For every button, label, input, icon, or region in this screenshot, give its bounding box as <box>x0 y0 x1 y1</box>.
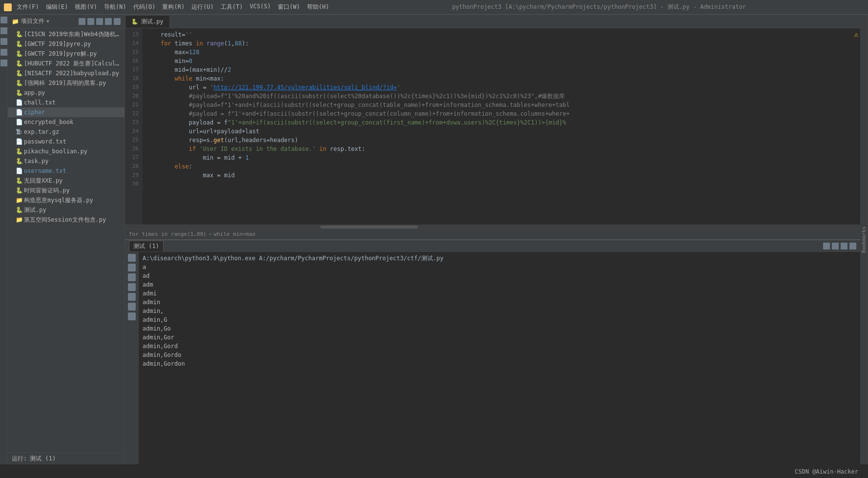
collapse-icon[interactable] <box>96 18 103 25</box>
menu-tools[interactable]: 工具(T) <box>218 2 246 12</box>
title-bar: 文件(F) 编辑(E) 视图(V) 导航(N) 代码(O) 重构(R) 运行(U… <box>0 0 868 15</box>
term-filter-icon[interactable] <box>128 273 136 281</box>
menu-code[interactable]: 代码(O) <box>130 2 159 12</box>
term-scroll-icon[interactable] <box>128 264 136 271</box>
terminal-output-admin-go: admin,Go <box>143 324 856 333</box>
breadcrumb-item-2[interactable]: while min<max <box>214 231 256 237</box>
tree-item-session[interactable]: 📁 第五空间Session文件包含.py <box>8 215 124 225</box>
py-file-icon: 🐍 <box>16 207 22 213</box>
line-num-15: 15 <box>125 48 143 57</box>
tree-item-pikachu[interactable]: 🐍 pikachu_boolian.py <box>8 146 124 156</box>
dropdown-icon[interactable]: ▼ <box>46 19 49 24</box>
tree-label-cipher: cipher <box>24 109 45 116</box>
term-sort-icon[interactable] <box>128 283 136 291</box>
arrow-icon <box>10 100 16 105</box>
tree-item-task[interactable]: 🐍 task.py <box>8 156 124 166</box>
run-bar: 运行: 测试 (1) <box>8 453 124 464</box>
sidebar-icon-2[interactable] <box>0 27 7 34</box>
terminal-output[interactable]: A:\disearch\python3.9\python.exe A:/pych… <box>139 252 860 464</box>
terminal-output-adm: adm <box>143 280 856 289</box>
tree-label-time: 时间盲验证码.py <box>24 187 70 195</box>
line-num-24: 24 <box>125 127 143 136</box>
tree-item-qiangwang[interactable]: 🐍 [强网杯 2019]高明的黑客.py <box>8 78 124 88</box>
code-line-24: url=url+payload+last <box>146 127 856 136</box>
horizontal-scrollbar[interactable] <box>125 225 860 229</box>
tree-item-chall[interactable]: 📄 chall.txt <box>8 98 124 107</box>
menu-run[interactable]: 运行(U) <box>188 2 217 12</box>
code-line-13: result='' <box>146 30 856 39</box>
breadcrumb-item-1[interactable]: for times in range(1,88) <box>129 231 207 237</box>
gear-icon[interactable] <box>105 18 112 25</box>
terminal-rerun-btn[interactable] <box>841 243 847 249</box>
app-logo <box>4 3 12 11</box>
project-header: 📁 项目文件 ▼ <box>8 15 124 28</box>
breadcrumb-separator: › <box>208 231 212 237</box>
terminal-output-admin-gor: admin,Gor <box>143 333 856 342</box>
line-num-18: 18 <box>125 74 143 83</box>
tree-label-qiangwang: [强网杯 2019]高明的黑客.py <box>24 79 106 87</box>
terminal-output-admin-gordon: admin,Gordon <box>143 359 856 368</box>
menu-help[interactable]: 帮助(H) <box>304 2 332 12</box>
tree-item-password[interactable]: 📄 password.txt <box>8 137 124 146</box>
tree-item-exp[interactable]: 🗜 exp.tar.gz <box>8 127 124 137</box>
term-settings-icon[interactable] <box>128 303 136 311</box>
tree-item-username[interactable]: 📄 username.txt <box>8 166 124 176</box>
menu-file[interactable]: 文件(F) <box>14 2 42 12</box>
menu-view[interactable]: 视图(V) <box>72 2 100 12</box>
tree-item-gwctf1[interactable]: 🐍 [GWCTF 2019]pyre.py <box>8 39 124 49</box>
term-run-icon[interactable] <box>128 254 136 262</box>
code-line-27: min = mid + 1 <box>146 153 856 162</box>
terminal-output-admin: admin <box>143 298 856 307</box>
tree-item-ciscn[interactable]: 🐍 [CISCN 2019华东南]Web4伪随机.py <box>8 29 124 39</box>
code-editor[interactable]: 13 14 15 16 17 18 19 20 21 22 23 24 <box>125 28 860 225</box>
project-panel: 📁 项目文件 ▼ 🐍 [CISCN 2019华东南]Web4伪随机 <box>8 15 125 464</box>
expand-icon[interactable] <box>87 18 94 25</box>
line-num-20: 20 <box>125 92 143 101</box>
terminal-tab[interactable]: 测试 (1) <box>129 241 164 251</box>
terminal-header: 测试 (1) <box>125 240 860 252</box>
line-num-30: 30 <box>125 180 143 188</box>
menu-edit[interactable]: 编辑(E) <box>43 2 71 12</box>
line-num-13: 13 <box>125 30 143 39</box>
run-tab[interactable]: 测试 (1) <box>30 455 56 463</box>
arrow-icon <box>10 51 16 57</box>
menu-bar[interactable]: 文件(F) 编辑(E) 视图(V) 导航(N) 代码(O) 重构(R) 运行(U… <box>14 2 332 12</box>
tree-item-encrypted[interactable]: 📄 encrypted_book <box>8 117 124 127</box>
tree-item-nisactf[interactable]: 🐍 [NISACTF 2022]babyupload.py <box>8 68 124 78</box>
code-line-25: resp=s.get(url,headers=headers) <box>146 136 856 145</box>
tree-item-mysql[interactable]: 📁 构造恶意mysql服务器.py <box>8 195 124 205</box>
txt-file-icon: 📄 <box>16 138 22 145</box>
run-label: 运行: <box>12 455 27 463</box>
arrow-icon <box>10 80 16 86</box>
code-content[interactable]: ⚠ result='' for times in range(1,88): ma… <box>143 28 860 225</box>
tree-item-hubuctf[interactable]: 🐍 [HUBUCTF 2022 新生赛]Calculate.py <box>8 59 124 68</box>
sidebar-icon-1[interactable] <box>0 17 7 23</box>
code-line-17: mid=(max+min)//2 <box>146 65 856 74</box>
terminal-run-btn[interactable] <box>823 243 830 249</box>
folder-icon: 📁 <box>16 197 22 204</box>
terminal-stop-btn[interactable] <box>832 243 839 249</box>
term-bookmark-icon[interactable] <box>128 312 136 320</box>
terminal-close-btn[interactable] <box>849 243 856 249</box>
tree-item-cipher[interactable]: 📄 cipher <box>8 107 124 117</box>
tree-item-time[interactable]: 🐍 时间盲验证码.py <box>8 186 124 195</box>
tree-item-gwctf2[interactable]: 🐍 [GWCTF 2019]pyre解.py <box>8 49 124 59</box>
menu-refactor[interactable]: 重构(R) <box>159 2 187 12</box>
tree-item-test[interactable]: 🐍 测试.py <box>8 205 124 215</box>
sidebar-icon-5[interactable] <box>0 60 7 66</box>
bookmarks-sidebar[interactable]: Bookmarks <box>860 15 868 464</box>
menu-window[interactable]: 窗口(W) <box>275 2 303 12</box>
line-num-17: 17 <box>125 65 143 74</box>
sidebar-icon-4[interactable] <box>0 49 7 56</box>
tab-file-icon: 🐍 <box>131 19 138 25</box>
editor-tab-test[interactable]: 🐍 测试.py <box>125 15 170 28</box>
tree-item-app[interactable]: 🐍 app.py <box>8 88 124 98</box>
tree-item-xxe[interactable]: 🐍 无回显XXE.py <box>8 176 124 186</box>
menu-vcs[interactable]: VCS(S) <box>247 2 274 12</box>
menu-navigate[interactable]: 导航(N) <box>101 2 129 12</box>
close-icon[interactable] <box>114 18 121 25</box>
arrow-icon <box>10 168 16 174</box>
settings-icon[interactable] <box>79 18 85 25</box>
sidebar-icon-3[interactable] <box>0 38 7 45</box>
term-clear-icon[interactable] <box>128 293 136 301</box>
